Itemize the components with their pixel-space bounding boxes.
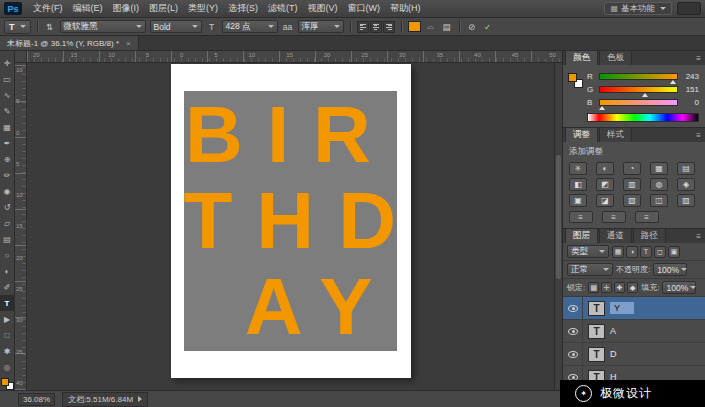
font-family-select[interactable]: 微软雅黑	[60, 20, 146, 33]
adjustment-icon[interactable]: ◫	[650, 194, 668, 207]
panel-tab[interactable]: 图层	[565, 228, 598, 243]
adjustment-list-icon[interactable]: ≡	[635, 211, 659, 223]
eye-cell[interactable]	[563, 297, 583, 319]
layer-row[interactable]: T A	[563, 320, 705, 343]
lock-icon[interactable]: ✚	[614, 282, 625, 293]
toggle-panels-icon[interactable]: ▤	[441, 20, 453, 33]
move-tool[interactable]: ✛	[0, 55, 15, 71]
adjustment-icon[interactable]: ◍	[650, 178, 668, 191]
crop-tool[interactable]: ▦	[0, 119, 15, 135]
layer-filter-icon[interactable]: ▦	[612, 246, 624, 258]
channel-value[interactable]: 0	[682, 98, 699, 107]
slider-thumb[interactable]	[670, 80, 676, 84]
menu-item[interactable]: 窗口(W)	[343, 2, 386, 15]
menu-item[interactable]: 图层(L)	[144, 2, 183, 15]
adjustment-icon[interactable]: ▦	[650, 162, 668, 175]
brush-tool[interactable]: ✏	[0, 167, 15, 183]
type-tool[interactable]: T	[0, 295, 15, 311]
visibility-eye-icon[interactable]	[568, 305, 578, 312]
anti-alias-select[interactable]: 浑厚	[298, 20, 344, 33]
layer-row[interactable]: T Y	[563, 297, 705, 320]
layer-name[interactable]: D	[610, 349, 617, 359]
clone-stamp-tool[interactable]: ◉	[0, 183, 15, 199]
menu-item[interactable]: 编辑(E)	[68, 2, 108, 15]
adjustment-list-icon[interactable]: ≡	[569, 211, 593, 223]
scrollbar-thumb[interactable]	[556, 155, 561, 279]
gradient-tool[interactable]: ▤	[0, 231, 15, 247]
status-menu-arrow-icon[interactable]	[138, 396, 142, 402]
tab-close-icon[interactable]: ×	[126, 39, 131, 48]
hand-tool[interactable]: ✱	[0, 343, 15, 359]
warp-text-icon[interactable]: ⌓	[425, 20, 437, 33]
blue-slider[interactable]	[599, 99, 678, 106]
tool-preset-dropdown[interactable]: T	[4, 20, 31, 34]
layer-filter-icon[interactable]: ◑	[626, 246, 638, 258]
lock-icon[interactable]: ▩	[588, 282, 599, 293]
visibility-eye-icon[interactable]	[568, 328, 578, 335]
adjustment-icon[interactable]: ◧	[569, 178, 587, 191]
document-info[interactable]: 文档:5.51M/6.84M	[62, 392, 148, 407]
panel-tab[interactable]: 颜色	[565, 50, 598, 65]
text-orientation-icon[interactable]: ⇅	[44, 20, 56, 33]
marquee-tool[interactable]: ▭	[0, 71, 15, 87]
zoom-tool[interactable]: ◎	[0, 359, 15, 375]
channel-value[interactable]: 243	[682, 72, 699, 81]
adjustment-icon[interactable]: ◐	[596, 162, 614, 175]
layer-row[interactable]: T D	[563, 343, 705, 366]
layer-filter-select[interactable]: 类型	[567, 245, 609, 258]
menu-item[interactable]: 类型(Y)	[183, 2, 223, 15]
vertical-scrollbar[interactable]	[554, 63, 562, 390]
channel-value[interactable]: 151	[682, 85, 699, 94]
lock-icon[interactable]: ✛	[601, 282, 612, 293]
foreground-color-swatch[interactable]	[1, 378, 9, 386]
history-brush-tool[interactable]: ↺	[0, 199, 15, 215]
text-layer-thumbnail[interactable]: T	[588, 324, 605, 339]
visibility-eye-icon[interactable]	[568, 351, 578, 358]
layer-name[interactable]: Y	[610, 302, 634, 314]
panel-tab[interactable]: 路径	[633, 228, 666, 243]
panel-tab[interactable]: 调整	[565, 127, 598, 142]
red-slider[interactable]	[599, 73, 678, 80]
path-selection-tool[interactable]: ▶	[0, 311, 15, 327]
opacity-select[interactable]: 100%	[653, 263, 687, 276]
align-right-icon[interactable]	[383, 21, 395, 33]
panel-menu-icon[interactable]: ≡	[696, 131, 701, 140]
slider-thumb[interactable]	[642, 93, 648, 97]
adjustment-icon[interactable]: ◪	[596, 194, 614, 207]
document-canvas[interactable]: BIRTHDAY	[171, 64, 411, 378]
text-layer-thumbnail[interactable]: T	[588, 301, 605, 316]
adjustment-icon[interactable]: ▤	[677, 162, 695, 175]
fill-select[interactable]: 100%	[662, 281, 696, 294]
dodge-tool[interactable]: ◐	[0, 263, 15, 279]
color-spectrum-bar[interactable]	[587, 113, 699, 122]
mini-foreground-swatch[interactable]	[568, 73, 577, 82]
panel-tab[interactable]: 通道	[599, 228, 632, 243]
adjustment-icon[interactable]: ✳	[569, 162, 587, 175]
align-center-icon[interactable]	[370, 21, 382, 33]
zoom-level[interactable]: 36.08%	[18, 393, 55, 406]
eye-cell[interactable]	[563, 343, 583, 365]
window-controls[interactable]	[677, 2, 701, 15]
font-style-select[interactable]: Bold	[150, 20, 202, 33]
panel-tab[interactable]: 色板	[599, 50, 632, 65]
menu-item[interactable]: 文件(F)	[28, 2, 68, 15]
layer-filter-icon[interactable]: ▣	[668, 246, 680, 258]
adjustment-icon[interactable]: ◈	[677, 178, 695, 191]
eye-cell[interactable]	[563, 320, 583, 342]
eraser-tool[interactable]: ▱	[0, 215, 15, 231]
adjustment-icon[interactable]: ◔	[623, 162, 641, 175]
panel-tab[interactable]: 样式	[599, 127, 632, 142]
layer-name[interactable]: A	[610, 326, 616, 336]
menu-item[interactable]: 帮助(H)	[385, 2, 426, 15]
panel-menu-icon[interactable]: ≡	[696, 54, 701, 63]
adjustment-icon[interactable]: ▨	[677, 194, 695, 207]
adjustment-list-icon[interactable]: ≡	[602, 211, 626, 223]
panel-menu-icon[interactable]: ≡	[696, 232, 701, 241]
lock-icon[interactable]: ◆	[627, 282, 638, 293]
menu-item[interactable]: 选择(S)	[223, 2, 263, 15]
healing-brush-tool[interactable]: ⊕	[0, 151, 15, 167]
eyedropper-tool[interactable]: ✒	[0, 135, 15, 151]
adjustment-icon[interactable]: ▧	[623, 194, 641, 207]
align-left-icon[interactable]	[357, 21, 369, 33]
menu-item[interactable]: 视图(V)	[303, 2, 343, 15]
